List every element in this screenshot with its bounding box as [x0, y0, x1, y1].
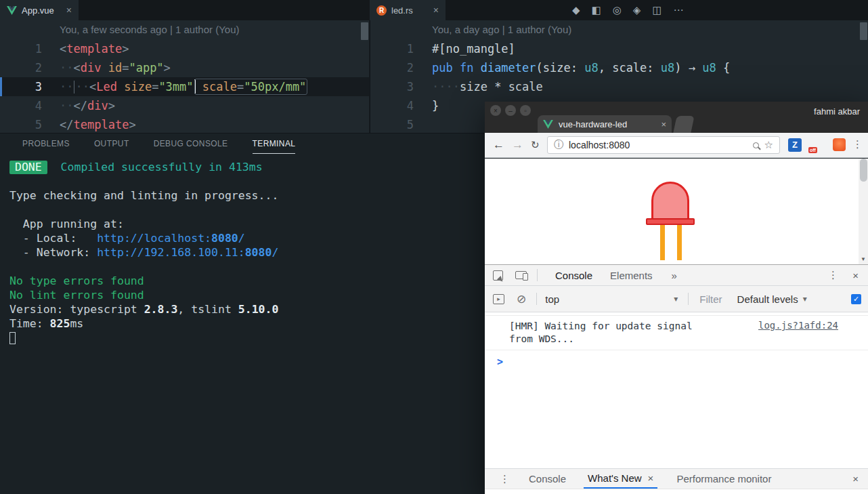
token: template: [73, 118, 129, 131]
split-editor-icon[interactable]: ◫: [652, 4, 661, 16]
group-similar-checkbox[interactable]: ✓: [851, 294, 861, 304]
code-line-5[interactable]: 5</template>: [0, 115, 369, 133]
filter-input[interactable]: Filter: [699, 293, 722, 305]
more-tabs-icon[interactable]: »: [672, 270, 677, 281]
line-number: 3: [370, 77, 414, 96]
devtools-tab-elements[interactable]: Elements: [610, 270, 653, 281]
code-line-3[interactable]: 3····size * scale: [370, 77, 868, 96]
extension-off-icon[interactable]: off: [810, 138, 824, 152]
reload-button[interactable]: ↻: [531, 138, 540, 152]
tab-app-vue[interactable]: App.vue ×: [0, 0, 79, 20]
open-changes-icon[interactable]: ◧: [592, 4, 601, 16]
zoom-icon[interactable]: [753, 142, 759, 148]
token: 8080: [245, 246, 272, 259]
token: =: [237, 80, 244, 94]
git-blame-annotation[interactable]: You, a day ago | 1 author (You): [370, 20, 868, 39]
code-line-1[interactable]: 1#[no_mangle]: [370, 39, 868, 58]
close-icon[interactable]: ×: [66, 5, 72, 16]
code-line-4[interactable]: 4··</div>: [0, 96, 369, 115]
console-source-link[interactable]: log.js?1afd:24: [758, 320, 838, 346]
scrollbar-thumb[interactable]: [361, 22, 368, 40]
code-line-1[interactable]: 1<template>: [0, 39, 369, 58]
led-graphic: [651, 182, 689, 221]
more-actions-icon[interactable]: ⋯: [674, 4, 684, 16]
scrollbar-thumb[interactable]: [860, 22, 867, 40]
console-message-row: [HMR] Waiting for update signal from WDS…: [485, 315, 868, 350]
address-bar[interactable]: ⓘ localhost:8080 ☆: [547, 136, 780, 154]
device-toolbar-icon[interactable]: [515, 271, 527, 279]
scroll-down-arrow[interactable]: ▼: [859, 254, 868, 264]
panel-tab-debug-console[interactable]: DEBUG CONSOLE: [154, 133, 228, 154]
console-message: [HMR] Waiting for update signal from WDS…: [509, 320, 719, 346]
browser-tab[interactable]: vue-hardware-led ×: [538, 115, 672, 133]
profile-name[interactable]: fahmi akbar: [814, 106, 860, 117]
drawer-close-icon[interactable]: ×: [852, 473, 859, 485]
chrome-toolbar: ← → ↻ ⓘ localhost:8080 ☆ Z off ⋮: [485, 133, 868, 158]
window-maximize-button[interactable]: ▫: [520, 105, 531, 116]
editor-app-vue[interactable]: You, a few seconds ago | 1 author (You) …: [0, 20, 369, 133]
token: Version: typescript: [9, 303, 144, 316]
extension-orange-icon[interactable]: [833, 138, 846, 151]
devtools-close-icon[interactable]: ×: [852, 270, 859, 281]
console-sidebar-icon[interactable]: ▸: [493, 294, 504, 304]
back-button[interactable]: ←: [493, 138, 504, 152]
vue-icon: [7, 6, 17, 15]
line-number: 4: [0, 96, 42, 115]
code-text: [414, 115, 432, 133]
token: 5.10.0: [238, 303, 279, 316]
token: http://192.168.100.11:: [97, 246, 245, 259]
browser-menu-icon[interactable]: ⋮: [852, 138, 863, 150]
code-line-3[interactable]: 3····<Led size="3mm" scale="50px/mm": [0, 77, 369, 96]
drawer-tab-performance-monitor[interactable]: Performance monitor: [676, 473, 771, 485]
close-icon[interactable]: ×: [433, 5, 439, 16]
close-icon[interactable]: ×: [648, 472, 654, 484]
window-close-button[interactable]: ×: [490, 105, 501, 116]
token: "50px/mm": [244, 80, 306, 94]
extension-z-icon[interactable]: Z: [788, 138, 802, 152]
token: ··: [75, 80, 89, 94]
token: Compiled successfully in 413ms: [47, 161, 263, 173]
context-selector[interactable]: top ▾: [545, 293, 678, 305]
console-prompt[interactable]: >: [485, 350, 868, 368]
inspect-element-icon[interactable]: [493, 270, 503, 281]
drawer-menu-icon[interactable]: ⋮: [500, 473, 510, 485]
log-levels-dropdown[interactable]: Default levels ▾: [737, 293, 807, 305]
page-info-icon[interactable]: ⓘ: [554, 139, 563, 151]
tab-led-rs[interactable]: R led.rs ×: [370, 0, 446, 20]
new-tab-button[interactable]: [673, 116, 694, 133]
git-blame-annotation[interactable]: You, a few seconds ago | 1 author (You): [0, 20, 369, 39]
window-minimize-button[interactable]: –: [505, 105, 516, 116]
gitlens-compare-icon[interactable]: ◈: [633, 4, 641, 16]
clear-console-icon[interactable]: ⊘: [517, 292, 526, 306]
devtools-menu-icon[interactable]: ⋮: [828, 269, 838, 281]
close-icon[interactable]: ×: [661, 119, 666, 129]
token: ····: [432, 80, 460, 94]
open-preview-icon[interactable]: ◎: [613, 4, 622, 16]
page-scrollbar[interactable]: ▼: [859, 159, 868, 264]
token: <: [89, 80, 96, 94]
devtools-tab-console[interactable]: Console: [555, 270, 592, 281]
bookmark-star-icon[interactable]: ☆: [764, 139, 773, 151]
token: *: [494, 80, 501, 94]
gitlens-blame-icon[interactable]: ◆: [572, 4, 580, 16]
panel-tab-terminal[interactable]: TERMINAL: [253, 133, 296, 154]
forward-button[interactable]: →: [512, 138, 523, 152]
drawer-tab-whats-new[interactable]: What's New ×: [584, 469, 657, 489]
panel-tab-problems[interactable]: PROBLEMS: [22, 133, 70, 154]
scrollbar-thumb[interactable]: [860, 159, 867, 182]
token: 8080: [211, 232, 238, 245]
url-text[interactable]: localhost:8080: [569, 140, 630, 150]
token: http://localhost:: [97, 232, 211, 245]
token: ms: [70, 317, 83, 330]
chrome-window: × – ▫ fahmi akbar vue-hardware-led × ← →…: [485, 102, 868, 494]
drawer-tab-console[interactable]: Console: [529, 473, 566, 485]
code-text: ····size * scale: [414, 77, 543, 96]
code-line-2[interactable]: 2pub fn diameter(size: u8, scale: u8) → …: [370, 58, 868, 77]
token: }: [432, 99, 439, 112]
tab-label: App.vue: [22, 5, 54, 16]
panel-tab-output[interactable]: OUTPUT: [94, 133, 129, 154]
done-badge: DONE: [9, 161, 47, 174]
token: (size:: [536, 61, 585, 75]
code-text: <template>: [42, 39, 129, 58]
code-line-2[interactable]: 2··<div id="app">: [0, 58, 369, 77]
